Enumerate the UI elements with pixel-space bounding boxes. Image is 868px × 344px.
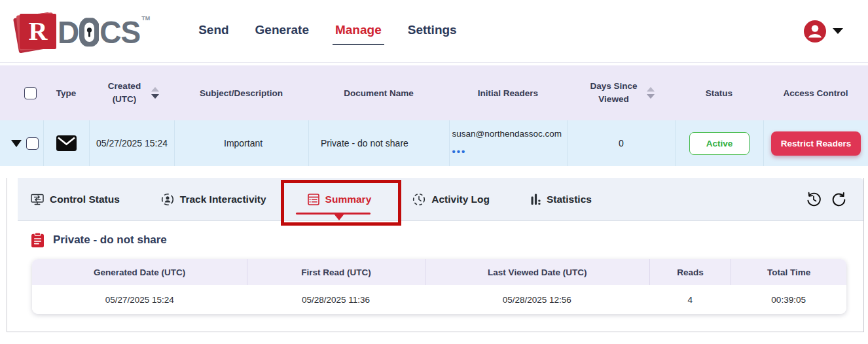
row-initial-readers-cell: susan@northendassoc.com ••• — [449, 120, 567, 166]
column-header-document-name: Document Name — [308, 88, 449, 98]
row-document-name-cell: Private - do not share — [308, 120, 449, 166]
more-readers-dots[interactable]: ••• — [452, 146, 467, 157]
summary-table-header: Generated Date (UTC) First Read (UTC) La… — [32, 259, 846, 285]
person-tracking-icon — [161, 193, 174, 206]
refresh-icon[interactable] — [831, 192, 846, 207]
sort-arrows-created[interactable] — [151, 87, 159, 99]
bar-chart-icon — [531, 194, 541, 205]
nav-item-settings[interactable]: Settings — [407, 19, 458, 44]
panel-actions — [806, 192, 846, 207]
active-tab-underline — [296, 213, 371, 215]
summary-list-icon — [308, 194, 319, 205]
column-header-access-control: Access Control — [763, 88, 868, 98]
row-type-cell — [43, 120, 89, 166]
envelope-icon — [56, 135, 77, 151]
select-all-checkbox[interactable] — [24, 87, 37, 99]
tab-summary[interactable]: Summary — [308, 194, 372, 205]
restrict-readers-button[interactable]: Restrict Readers — [771, 131, 861, 156]
summary-col-generated-date: Generated Date (UTC) — [32, 259, 247, 285]
reader-email: susan@northendassoc.com — [452, 129, 562, 139]
summary-total-time-value: 00:39:05 — [731, 285, 846, 314]
tab-activity-log[interactable]: Activity Log — [412, 193, 490, 206]
column-header-created-sort[interactable]: Created (UTC) — [104, 80, 159, 107]
summary-col-first-read: First Read (UTC) — [247, 259, 424, 285]
sort-arrows-days-since-viewed[interactable] — [647, 87, 655, 99]
status-active-button[interactable]: Active — [689, 132, 750, 155]
history-icon[interactable] — [806, 192, 822, 207]
column-header-subject: Subject/Description — [174, 88, 308, 98]
active-tab-caret — [334, 214, 344, 220]
top-navbar: R D CS TM Send Generate Manage Settings — [0, 0, 868, 63]
document-detail-panel: Control Status Track Interactivity — [7, 178, 864, 332]
summary-col-total-time: Total Time — [731, 259, 846, 285]
detail-tabbar: Control Status Track Interactivity — [18, 178, 863, 221]
tab-track-interactivity[interactable]: Track Interactivity — [161, 193, 266, 206]
summary-tab-content: Private - do not share Generated Date (U… — [18, 221, 863, 314]
chevron-down-icon[interactable] — [833, 28, 843, 34]
logo-r-mark: R — [20, 14, 56, 49]
summary-col-last-viewed: Last Viewed Date (UTC) — [425, 259, 649, 285]
nav-item-generate[interactable]: Generate — [254, 19, 310, 44]
summary-reads-value: 4 — [649, 285, 731, 314]
column-header-status: Status — [675, 88, 763, 98]
main-nav: Send Generate Manage Settings — [197, 19, 458, 44]
clock-dashed-icon — [412, 193, 425, 206]
row-created-cell: 05/27/2025 15:24 — [89, 120, 174, 166]
summary-first-read-value: 05/28/2025 11:36 — [247, 285, 424, 314]
documents-table: Type Created (UTC) Subject/Description D… — [0, 65, 868, 166]
column-header-type: Type — [43, 88, 89, 98]
summary-col-reads: Reads — [649, 259, 731, 285]
padlock-o-icon — [79, 18, 99, 46]
trademark-label: TM — [141, 15, 150, 22]
documents-table-header: Type Created (UTC) Subject/Description D… — [0, 65, 868, 120]
logo-docs-text: D CS — [58, 15, 140, 50]
app-logo[interactable]: R D CS TM — [20, 14, 150, 49]
row-days-since-viewed-cell: 0 — [567, 120, 675, 166]
monitor-sync-icon — [31, 194, 44, 205]
clipboard-icon — [31, 232, 45, 248]
user-avatar-icon[interactable] — [803, 20, 827, 43]
tab-control-status[interactable]: Control Status — [31, 194, 120, 205]
summary-table-row: 05/27/2025 15:24 05/28/2025 11:36 05/28/… — [32, 285, 846, 314]
column-header-days-since-viewed-sort[interactable]: Days Since Viewed — [588, 80, 655, 107]
document-title: Private - do not share — [53, 233, 167, 247]
summary-table: Generated Date (UTC) First Read (UTC) La… — [32, 259, 846, 314]
nav-item-manage[interactable]: Manage — [334, 19, 383, 44]
row-checkbox[interactable] — [26, 137, 39, 150]
row-expander-icon[interactable] — [11, 140, 22, 147]
tab-statistics[interactable]: Statistics — [531, 194, 592, 205]
column-header-initial-readers: Initial Readers — [449, 88, 567, 98]
nav-item-send[interactable]: Send — [197, 19, 230, 44]
table-row: 05/27/2025 15:24 Important Private - do … — [0, 120, 868, 166]
summary-last-viewed-value: 05/28/2025 12:56 — [425, 285, 649, 314]
logo-letter-r: R — [20, 14, 56, 49]
summary-generated-date-value: 05/27/2025 15:24 — [32, 285, 247, 314]
row-subject-cell: Important — [174, 120, 308, 166]
user-menu[interactable] — [803, 20, 843, 43]
